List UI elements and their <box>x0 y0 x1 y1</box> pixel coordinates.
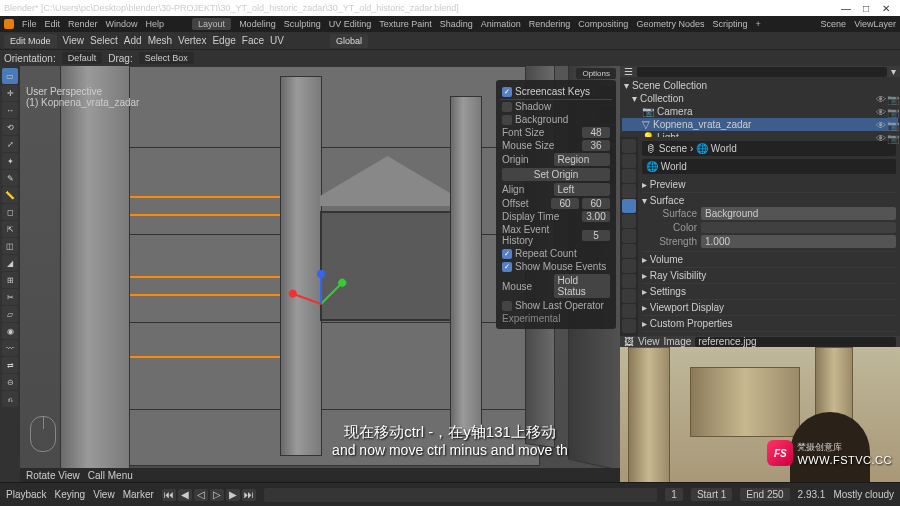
panel-rayvis[interactable]: ▸ Ray Visibility <box>642 268 896 284</box>
set-origin-button[interactable]: Set Origin <box>502 168 610 181</box>
panel-preview[interactable]: ▸ Preview <box>642 177 896 193</box>
tab-world-icon[interactable] <box>622 199 636 213</box>
orientation-dropdown[interactable]: Global <box>330 34 368 48</box>
tab-scripting[interactable]: Scripting <box>712 19 747 29</box>
tool-spin[interactable]: ◉ <box>2 323 18 339</box>
hdr-mesh[interactable]: Mesh <box>148 35 172 46</box>
options-button[interactable]: Options <box>576 68 616 79</box>
tab-rendering[interactable]: Rendering <box>529 19 571 29</box>
tool-cursor[interactable]: ✛ <box>2 85 18 101</box>
tool-knife[interactable]: ✂ <box>2 289 18 305</box>
outliner-active-object[interactable]: ▽ Kopnena_vrata_zadar👁📷 <box>622 118 898 131</box>
outliner-camera[interactable]: 📷 Camera👁📷 <box>622 105 898 118</box>
world-strength[interactable]: 1.000 <box>701 235 896 248</box>
tab-constraint-icon[interactable] <box>622 274 636 288</box>
maximize-button[interactable]: □ <box>856 3 876 14</box>
hdr-view[interactable]: View <box>63 35 85 46</box>
tab-scene-icon[interactable] <box>622 184 636 198</box>
panel-settings[interactable]: ▸ Settings <box>642 284 896 300</box>
blender-icon[interactable] <box>4 19 14 29</box>
tool-addcube[interactable]: ◻ <box>2 204 18 220</box>
tool-move[interactable]: ↔ <box>2 102 18 118</box>
tab-compositing[interactable]: Compositing <box>578 19 628 29</box>
hdr-uv[interactable]: UV <box>270 35 284 46</box>
outliner-scene-collection[interactable]: ▾ Scene Collection <box>622 79 898 92</box>
hdr-vertex[interactable]: Vertex <box>178 35 206 46</box>
menu-help[interactable]: Help <box>146 19 165 29</box>
tool-bevel[interactable]: ◢ <box>2 255 18 271</box>
hdr-select[interactable]: Select <box>90 35 118 46</box>
tool-rotate[interactable]: ⟲ <box>2 119 18 135</box>
tab-modifier-icon[interactable] <box>622 229 636 243</box>
tab-texture[interactable]: Texture Paint <box>379 19 432 29</box>
menu-render[interactable]: Render <box>68 19 98 29</box>
tab-viewlayer-icon[interactable] <box>622 169 636 183</box>
tool-select[interactable]: ▭ <box>2 68 18 84</box>
tab-modeling[interactable]: Modeling <box>239 19 276 29</box>
tab-animation[interactable]: Animation <box>481 19 521 29</box>
image-icon[interactable]: 🖼 <box>624 336 634 347</box>
hdr-face[interactable]: Face <box>242 35 264 46</box>
tab-layout[interactable]: Layout <box>192 18 231 30</box>
jump-start-icon[interactable]: ⏮ <box>162 489 176 501</box>
timeline-playback[interactable]: Playback <box>6 489 47 500</box>
hdr-add[interactable]: Add <box>124 35 142 46</box>
properties-breadcrumb[interactable]: 🛢 Scene › 🌐 World <box>642 141 896 156</box>
tab-data-icon[interactable] <box>622 289 636 303</box>
timeline-track[interactable] <box>264 488 658 502</box>
outliner[interactable]: ▾ Scene Collection ▾ Collection👁📷 📷 Came… <box>620 77 900 137</box>
close-button[interactable]: ✕ <box>876 3 896 14</box>
panel-viewport[interactable]: ▸ Viewport Display <box>642 300 896 316</box>
current-frame[interactable]: 1 <box>665 488 683 501</box>
tool-shrink[interactable]: ⊖ <box>2 374 18 390</box>
surface-shader[interactable]: Background <box>701 207 896 220</box>
mode-dropdown[interactable]: Edit Mode <box>4 34 57 48</box>
jump-end-icon[interactable]: ⏭ <box>242 489 256 501</box>
tab-add[interactable]: + <box>755 19 760 29</box>
tool-slide[interactable]: ⇄ <box>2 357 18 373</box>
hdr-edge[interactable]: Edge <box>212 35 235 46</box>
tab-geonodes[interactable]: Geometry Nodes <box>636 19 704 29</box>
image-name[interactable]: reference.jpg <box>695 337 896 347</box>
tool-smooth[interactable]: 〰 <box>2 340 18 356</box>
outliner-collection[interactable]: ▾ Collection👁📷 <box>622 92 898 105</box>
view-menu[interactable]: View <box>638 336 660 347</box>
tool-rip[interactable]: ⎌ <box>2 391 18 407</box>
outliner-icon[interactable]: ☰ <box>624 66 633 77</box>
tab-particle-icon[interactable] <box>622 244 636 258</box>
tool-scale[interactable]: ⤢ <box>2 136 18 152</box>
world-color[interactable] <box>701 222 896 233</box>
panel-surface[interactable]: ▾ Surface SurfaceBackground Color Streng… <box>642 193 896 252</box>
orientation-value[interactable]: Default <box>62 52 103 64</box>
menu-file[interactable]: File <box>22 19 37 29</box>
tool-polybuild[interactable]: ▱ <box>2 306 18 322</box>
timeline-view[interactable]: View <box>93 489 115 500</box>
tab-object-icon[interactable] <box>622 214 636 228</box>
image-menu[interactable]: Image <box>664 336 692 347</box>
tool-inset[interactable]: ◫ <box>2 238 18 254</box>
tab-uv[interactable]: UV Editing <box>329 19 372 29</box>
world-datablock[interactable]: 🌐 World <box>642 159 896 174</box>
tool-annotate[interactable]: ✎ <box>2 170 18 186</box>
next-key-icon[interactable]: ▶ <box>226 489 240 501</box>
scene-dropdown[interactable]: Scene <box>821 19 847 29</box>
tool-measure[interactable]: 📏 <box>2 187 18 203</box>
filter-icon[interactable]: ▾ <box>891 66 896 77</box>
play-reverse-icon[interactable]: ◁ <box>194 489 208 501</box>
tab-render-icon[interactable] <box>622 139 636 153</box>
frame-start[interactable]: Start 1 <box>691 488 732 501</box>
outliner-search[interactable] <box>637 67 887 77</box>
menu-edit[interactable]: Edit <box>45 19 61 29</box>
tab-material-icon[interactable] <box>622 304 636 318</box>
tab-output-icon[interactable] <box>622 154 636 168</box>
tab-texture-icon[interactable] <box>622 319 636 333</box>
drag-value[interactable]: Select Box <box>139 52 194 64</box>
tool-extrude[interactable]: ⇱ <box>2 221 18 237</box>
screencast-keys-panel[interactable]: ✓Screencast Keys Shadow Background Font … <box>496 80 616 329</box>
timeline[interactable]: Playback Keying View Marker ⏮ ◀ ◁ ▷ ▶ ⏭ … <box>0 482 900 506</box>
prev-key-icon[interactable]: ◀ <box>178 489 192 501</box>
timeline-keying[interactable]: Keying <box>55 489 86 500</box>
tab-physics-icon[interactable] <box>622 259 636 273</box>
timeline-marker[interactable]: Marker <box>123 489 154 500</box>
panel-volume[interactable]: ▸ Volume <box>642 252 896 268</box>
